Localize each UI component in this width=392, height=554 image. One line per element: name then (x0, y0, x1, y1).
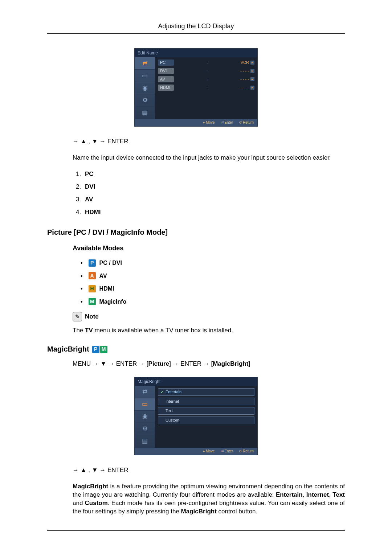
mode-item: A AV (81, 272, 345, 280)
footer-move: ♦ Move (203, 120, 215, 125)
osd-row-label: PC (158, 59, 174, 66)
note-label: Note (85, 313, 99, 321)
osd-footer: ♦ Move ⏎ Enter ↺ Return (135, 119, 257, 126)
page-header: Adjusting the LCD Display (47, 22, 345, 34)
input-list: PC DVI AV HDMI (83, 170, 345, 217)
osd-row: DVI : - - - -▸ (158, 68, 254, 74)
chevron-right-icon: ▸ (250, 77, 254, 81)
footer-enter: ⏎ Enter (221, 120, 233, 125)
setup-icon: ⚙ (135, 94, 155, 107)
mode-m-icon: M (89, 298, 96, 305)
osd-side-icons: ⇄ ▭ ◉ ⚙ ▤ (135, 386, 155, 448)
mode-item: M MagicInfo (81, 298, 345, 306)
mode-label: PC / DVI (99, 259, 122, 267)
osd-content: ✔ Entertain ✔ Internet ✔ Text ✔ Custom (155, 386, 257, 448)
footer-return: ↺ Return (239, 120, 254, 125)
edit-name-description: Name the input device connected to the i… (73, 154, 345, 162)
osd-footer: ♦ Move ⏎ Enter ↺ Return (135, 448, 257, 455)
mode-label: HDMI (99, 285, 114, 293)
mode-p-icon: P (92, 346, 99, 353)
chevron-right-icon: ▸ (250, 86, 254, 90)
multi-icon: ▤ (135, 107, 155, 119)
footer-return: ↺ Return (239, 449, 254, 454)
footer-move: ♦ Move (203, 449, 215, 454)
osd-content: PC : VCR▸ DVI : - - - -▸ AV : - - - -▸ H… (155, 57, 257, 119)
osd-row-label: DVI (158, 68, 174, 74)
mode-label: AV (99, 272, 107, 280)
osd-option-label: Custom (166, 418, 179, 423)
osd-option: ✔ Entertain (158, 388, 254, 396)
picture-icon: ▭ (135, 70, 155, 82)
section-picture-heading: Picture [PC / DVI / MagicInfo Mode] (47, 227, 345, 237)
magicbright-heading: MagicBright P M (47, 344, 345, 354)
osd-magicbright: MagicBright ⇄ ▭ ◉ ⚙ ▤ ✔ Entertain ✔ Inte… (134, 377, 258, 455)
osd-option-label: Entertain (166, 389, 181, 395)
multi-icon: ▤ (135, 435, 155, 448)
nav-instruction: → ▲ , ▼ → ENTER (73, 138, 345, 146)
magic-menu-path: MENU → ▼ → ENTER → [Picture] → ENTER → [… (73, 360, 345, 368)
osd-title: MagicBright (135, 377, 257, 386)
magic-pm-icons: P M (92, 346, 107, 353)
mode-p-icon: P (89, 259, 96, 267)
check-icon: ✔ (160, 390, 163, 395)
mode-m-icon: M (100, 346, 107, 353)
sound-icon: ◉ (135, 82, 155, 94)
input-icon: ⇄ (135, 57, 155, 70)
note-heading: ✎ Note (73, 312, 345, 321)
sound-icon: ◉ (135, 411, 155, 423)
note-text: The TV menu is available when a TV tuner… (73, 327, 345, 335)
chevron-right-icon: ▸ (250, 69, 254, 73)
osd-option: ✔ Custom (158, 416, 254, 424)
picture-icon: ▭ (135, 398, 155, 411)
page-footer-line (47, 530, 345, 531)
mode-a-icon: A (89, 272, 96, 279)
mode-item: P PC / DVI (81, 259, 345, 267)
mode-item: H HDMI (81, 285, 345, 293)
osd-row-value: VCR▸ (241, 60, 254, 65)
mode-label: MagicInfo (99, 298, 127, 306)
list-item: HDMI (83, 208, 345, 217)
osd-option: ✔ Internet (158, 398, 254, 405)
list-item: AV (83, 196, 345, 204)
nav-instruction: → ▲ , ▼ → ENTER (73, 466, 345, 475)
available-modes-heading: Available Modes (73, 244, 345, 253)
osd-row: HDMI : - - - -▸ (158, 85, 254, 91)
available-modes-list: P PC / DVI A AV H HDMI M MagicInfo (81, 259, 345, 305)
osd-option-label: Text (166, 408, 173, 414)
osd-option: ✔ Text (158, 407, 254, 415)
osd-row: PC : VCR▸ (158, 59, 254, 66)
input-icon: ⇄ (135, 386, 155, 398)
osd-row-value: - - - -▸ (240, 77, 254, 82)
osd-row-label: AV (158, 76, 174, 82)
osd-edit-name: Edit Name ⇄ ▭ ◉ ⚙ ▤ PC : VCR▸ DVI : - - … (134, 48, 258, 127)
mode-h-icon: H (89, 285, 96, 292)
osd-row-value: - - - -▸ (240, 85, 254, 90)
footer-enter: ⏎ Enter (221, 449, 233, 454)
osd-row: AV : - - - -▸ (158, 76, 254, 82)
list-item: DVI (83, 183, 345, 191)
osd-row-value: - - - -▸ (240, 68, 254, 74)
list-item: PC (83, 170, 345, 178)
chevron-right-icon: ▸ (250, 61, 254, 65)
magicbright-description: MagicBright is a feature providing the o… (73, 483, 345, 516)
osd-row-label: HDMI (158, 85, 174, 91)
page-title: Adjusting the LCD Display (158, 22, 234, 30)
osd-side-icons: ⇄ ▭ ◉ ⚙ ▤ (135, 57, 155, 119)
osd-option-label: Internet (166, 399, 179, 404)
note-icon: ✎ (73, 312, 82, 321)
osd-title: Edit Name (135, 49, 257, 57)
setup-icon: ⚙ (135, 423, 155, 435)
